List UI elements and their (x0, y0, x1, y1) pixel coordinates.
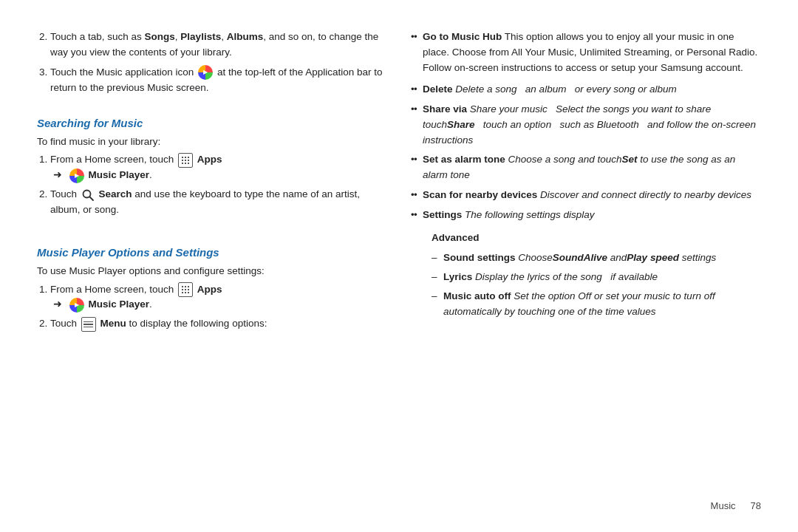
music-player-icon-2 (69, 168, 84, 183)
bullet-settings: • Settings The following settings displa… (414, 208, 761, 223)
footer-page-num: 78 (751, 500, 761, 511)
bullet-text: Share via Share your music Select the so… (423, 103, 756, 146)
bullet-scan: • Scan for nearby devices Discover and c… (414, 188, 761, 203)
bullet-text: Scan for nearby devices Discover and con… (423, 189, 751, 200)
options-section: Music Player Options and Settings To use… (37, 233, 384, 336)
list-item: Touch a tab, such as Songs, Playlists, A… (50, 30, 384, 61)
search-step-1: From a Home screen, touch Apps ➜ Music P… (50, 152, 384, 183)
options-step-2: Touch Menu to display the following opti… (50, 316, 384, 332)
bullet-go-to-music-hub: • Go to Music Hub This option allows you… (414, 30, 761, 76)
dash-sound-settings: Sound settings ChooseSoundAlive andPlay … (432, 250, 761, 266)
dash-lyrics: Lyrics Display the lyrics of the song if… (432, 270, 761, 285)
options-intro: To use Music Player options and configur… (37, 263, 384, 279)
search-step-1-text: From a Home screen, touch Apps (50, 154, 222, 165)
left-column: Touch a tab, such as Songs, Playlists, A… (37, 30, 384, 502)
bullet-text: Settings The following settings display (423, 209, 595, 220)
menu-icon (81, 317, 96, 332)
searching-section: Searching for Music To find music in you… (37, 103, 384, 222)
music-player-icon-3 (69, 298, 84, 313)
dash-music-auto-off: Music auto off Set the option Off or set… (432, 289, 761, 320)
options-step-1-arrow: ➜ Music Player. (53, 299, 152, 310)
apps-icon (178, 153, 193, 168)
right-column: • Go to Music Hub This option allows you… (414, 30, 761, 502)
options-step-2-text: Touch Menu to display the following opti… (50, 318, 267, 329)
options-heading: Music Player Options and Settings (37, 246, 384, 259)
advanced-section: Advanced Sound settings ChooseSoundAlive… (432, 231, 761, 324)
search-step-2: Touch Search and use the keyboard to typ… (50, 187, 384, 218)
page-footer: Music 78 (711, 500, 761, 511)
footer-label: Music (711, 500, 736, 511)
music-player-icon (198, 65, 213, 80)
bullet-text: Go to Music Hub This option allows you t… (423, 31, 757, 73)
item2-text: Touch a tab, such as Songs, Playlists, A… (50, 31, 378, 58)
item3-text: Touch the Music application icon at the … (50, 66, 383, 93)
page: Touch a tab, such as Songs, Playlists, A… (0, 0, 798, 532)
apps-icon-2 (178, 282, 193, 297)
list-item: Touch the Music application icon at the … (50, 65, 384, 96)
advanced-heading: Advanced (432, 231, 761, 246)
bullet-share-via: • Share via Share your music Select the … (414, 102, 761, 149)
svg-line-1 (89, 197, 93, 200)
search-step-1-arrow: ➜ Music Player. (53, 169, 152, 180)
bullet-text: Delete Delete a song an album or every s… (423, 83, 677, 95)
bullet-set-alarm: • Set as alarm tone Choose a song and to… (414, 152, 761, 183)
bullet-text: Set as alarm tone Choose a song and touc… (423, 154, 735, 180)
search-step-2-text: Touch Search and use the keyboard to typ… (50, 188, 360, 215)
search-icon (81, 188, 95, 202)
searching-heading: Searching for Music (37, 117, 384, 129)
options-step-1-text: From a Home screen, touch Apps (50, 284, 222, 295)
options-step-1: From a Home screen, touch Apps ➜ Music P… (50, 282, 384, 313)
searching-intro: To find music in your library: (37, 134, 384, 150)
bullet-delete: • Delete Delete a song an album or every… (414, 82, 761, 98)
